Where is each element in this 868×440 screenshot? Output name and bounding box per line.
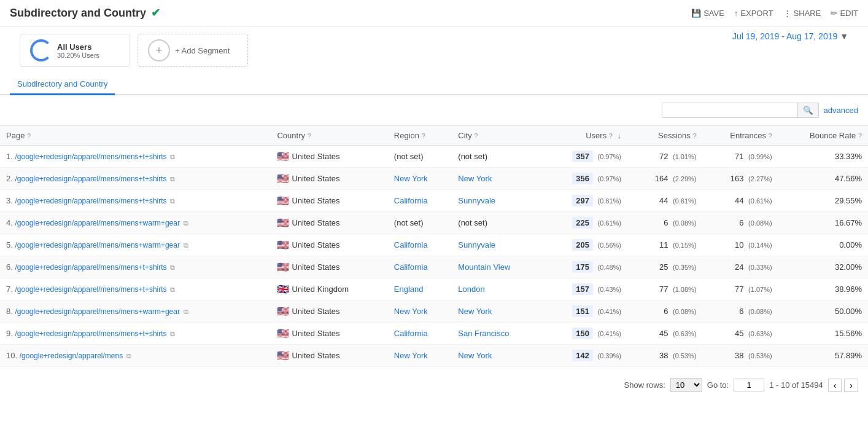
table-row: 3. /google+redesign/apparel/mens/mens+t+… xyxy=(0,190,868,212)
cell-users-4: 205 (0.56%) xyxy=(542,234,627,256)
cell-entrances-6: 77 (1.07%) xyxy=(703,278,778,301)
search-input[interactable] xyxy=(662,103,797,117)
cell-country-2: 🇺🇸 United States xyxy=(271,190,387,212)
col-users-header[interactable]: Users ? ↓ xyxy=(542,126,627,146)
cell-country-1: 🇺🇸 United States xyxy=(271,168,387,190)
cell-page-4: 5. /google+redesign/apparel/mens/mens+wa… xyxy=(0,234,271,256)
cell-city-7: New York xyxy=(452,301,541,323)
export-icon: ↑ xyxy=(734,9,738,18)
cell-city-6: London xyxy=(452,278,541,301)
table-row: 9. /google+redesign/apparel/mens/mens+t+… xyxy=(0,323,868,345)
data-table: Page ? Country ? Region ? City ? Users xyxy=(0,125,868,367)
cell-bounce-rate-5: 32.00% xyxy=(778,256,868,278)
cell-bounce-rate-6: 38.96% xyxy=(778,278,868,301)
cell-region-9: New York xyxy=(388,345,452,367)
tab-subdirectory-country[interactable]: Subdirectory and Country xyxy=(10,74,115,95)
cell-sessions-2: 44 (0.61%) xyxy=(627,190,702,212)
cell-sessions-1: 164 (2.29%) xyxy=(627,168,702,190)
export-button[interactable]: ↑ EXPORT xyxy=(734,9,773,18)
cell-region-4: California xyxy=(388,234,452,256)
page-link-4[interactable]: /google+redesign/apparel/mens/mens+warm+… xyxy=(15,241,180,249)
cell-sessions-4: 11 (0.15%) xyxy=(627,234,702,256)
page-link-2[interactable]: /google+redesign/apparel/mens/mens+t+shi… xyxy=(15,197,166,205)
region-help-icon: ? xyxy=(422,132,425,139)
sort-arrow-icon: ↓ xyxy=(618,131,622,140)
table-row: 2. /google+redesign/apparel/mens/mens+t+… xyxy=(0,168,868,190)
advanced-link[interactable]: advanced xyxy=(824,106,858,115)
external-link-icon-7: ⧉ xyxy=(184,308,188,315)
save-button[interactable]: 💾 SAVE xyxy=(691,9,724,18)
page-title: Subdirectory and Country ✔ xyxy=(10,6,160,20)
edit-icon: ✏ xyxy=(831,9,837,18)
external-link-icon-8: ⧉ xyxy=(170,330,175,337)
flag-icon-9: 🇺🇸 xyxy=(277,350,289,361)
table-row: 5. /google+redesign/apparel/mens/mens+wa… xyxy=(0,234,868,256)
next-page-button[interactable]: › xyxy=(844,379,858,392)
cell-city-1: New York xyxy=(452,168,541,190)
flag-icon-6: 🇬🇧 xyxy=(277,283,289,295)
cell-country-7: 🇺🇸 United States xyxy=(271,301,387,323)
date-range-picker[interactable]: Jul 19, 2019 - Aug 17, 2019 ▼ xyxy=(723,26,858,41)
table-row: 4. /google+redesign/apparel/mens/mens+wa… xyxy=(0,212,868,234)
cell-page-8: 9. /google+redesign/apparel/mens/mens+t+… xyxy=(0,323,271,345)
cell-entrances-3: 6 (0.08%) xyxy=(703,212,778,234)
page-link-1[interactable]: /google+redesign/apparel/mens/mens+t+shi… xyxy=(15,175,166,183)
cell-page-3: 4. /google+redesign/apparel/mens/mens+wa… xyxy=(0,212,271,234)
page-link-0[interactable]: /google+redesign/apparel/mens/mens+t+shi… xyxy=(15,152,166,161)
cell-city-9: New York xyxy=(452,345,541,367)
page-link-8[interactable]: /google+redesign/apparel/mens/mens+t+shi… xyxy=(15,329,166,338)
edit-button[interactable]: ✏ EDIT xyxy=(831,9,858,18)
flag-icon-0: 🇺🇸 xyxy=(277,151,289,162)
page-link-5[interactable]: /google+redesign/apparel/mens/mens+t+shi… xyxy=(15,263,166,272)
cell-sessions-7: 6 (0.08%) xyxy=(627,301,702,323)
cell-page-6: 7. /google+redesign/apparel/mens/mens+t+… xyxy=(0,278,271,301)
cell-region-7: New York xyxy=(388,301,452,323)
col-city-header: City ? xyxy=(452,126,541,146)
cell-country-5: 🇺🇸 United States xyxy=(271,256,387,278)
sessions-help-icon: ? xyxy=(692,132,696,139)
header: Subdirectory and Country ✔ 💾 SAVE ↑ EXPO… xyxy=(0,0,868,26)
cell-city-2: Sunnyvale xyxy=(452,190,541,212)
cell-sessions-9: 38 (0.53%) xyxy=(627,345,702,367)
cell-region-5: California xyxy=(388,256,452,278)
entrances-help-icon: ? xyxy=(769,132,772,139)
cell-sessions-8: 45 (0.63%) xyxy=(627,323,702,345)
col-entrances-header[interactable]: Entrances ? xyxy=(703,126,778,146)
page-link-7[interactable]: /google+redesign/apparel/mens/mens+warm+… xyxy=(15,307,180,316)
city-help-icon: ? xyxy=(474,132,478,139)
cell-country-4: 🇺🇸 United States xyxy=(271,234,387,256)
add-segment-button[interactable]: + + Add Segment xyxy=(138,34,248,67)
all-users-segment[interactable]: All Users 30.20% Users xyxy=(20,34,130,67)
col-sessions-header[interactable]: Sessions ? xyxy=(627,126,702,146)
cell-bounce-rate-1: 47.56% xyxy=(778,168,868,190)
col-country-header: Country ? xyxy=(271,126,387,146)
prev-page-button[interactable]: ‹ xyxy=(828,379,842,392)
cell-page-5: 6. /google+redesign/apparel/mens/mens+t+… xyxy=(0,256,271,278)
search-box: 🔍 xyxy=(662,103,819,118)
cell-country-0: 🇺🇸 United States xyxy=(271,146,387,168)
page-link-6[interactable]: /google+redesign/apparel/mens/mens+t+shi… xyxy=(15,285,166,294)
cell-sessions-6: 77 (1.08%) xyxy=(627,278,702,301)
external-link-icon-2: ⧉ xyxy=(170,197,175,205)
cell-entrances-1: 163 (2.27%) xyxy=(703,168,778,190)
pagination-total: 1 - 10 of 15494 xyxy=(769,380,823,390)
cell-users-7: 151 (0.41%) xyxy=(542,301,627,323)
page-link-3[interactable]: /google+redesign/apparel/mens/mens+warm+… xyxy=(15,219,180,227)
page-link-9[interactable]: /google+redesign/apparel/mens xyxy=(20,352,123,360)
goto-input[interactable] xyxy=(734,379,764,391)
external-link-icon-0: ⧉ xyxy=(170,153,175,160)
cell-users-2: 297 (0.81%) xyxy=(542,190,627,212)
cell-users-3: 225 (0.61%) xyxy=(542,212,627,234)
col-bounce-rate-header[interactable]: Bounce Rate ? xyxy=(778,126,868,146)
share-button[interactable]: ⋮ SHARE xyxy=(783,9,821,18)
cell-sessions-3: 6 (0.08%) xyxy=(627,212,702,234)
share-icon: ⋮ xyxy=(783,9,791,18)
save-icon: 💾 xyxy=(691,9,701,18)
show-rows-select[interactable]: 10 25 50 100 xyxy=(670,378,702,392)
search-button[interactable]: 🔍 xyxy=(797,103,818,117)
table-row: 1. /google+redesign/apparel/mens/mens+t+… xyxy=(0,146,868,168)
cell-bounce-rate-8: 15.56% xyxy=(778,323,868,345)
cell-page-9: 10. /google+redesign/apparel/mens ⧉ xyxy=(0,345,271,367)
toolbar: 🔍 advanced xyxy=(0,95,868,125)
external-link-icon-9: ⧉ xyxy=(126,352,131,359)
